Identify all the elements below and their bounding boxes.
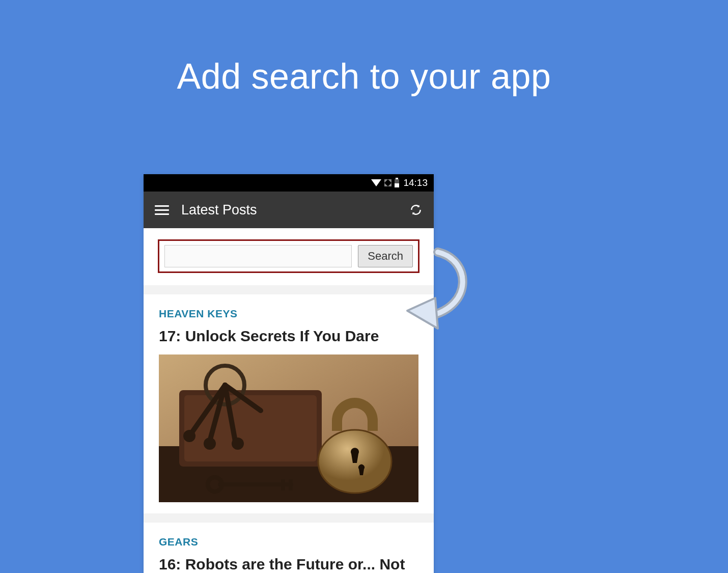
app-bar: Latest Posts xyxy=(144,192,434,228)
post-category: HEAVEN KEYS xyxy=(159,308,418,320)
app-bar-title: Latest Posts xyxy=(181,202,397,218)
search-section: Search xyxy=(144,228,434,285)
post-card[interactable]: GEARS 16: Robots are the Future or... No… xyxy=(144,523,434,573)
status-time: 14:13 xyxy=(403,177,428,188)
svg-point-10 xyxy=(204,438,216,450)
post-category: GEARS xyxy=(159,536,418,548)
wifi-icon xyxy=(371,179,381,186)
search-input[interactable] xyxy=(164,245,352,267)
svg-rect-14 xyxy=(281,479,285,490)
battery-icon xyxy=(395,179,399,187)
post-title: 17: Unlock Secrets If You Dare xyxy=(159,327,418,345)
content-area: Search HEAVEN KEYS 17: Unlock Secrets If… xyxy=(144,228,434,573)
post-title: 16: Robots are the Future or... Not xyxy=(159,555,418,573)
svg-point-9 xyxy=(183,430,195,442)
post-image xyxy=(159,354,418,502)
hamburger-menu-icon[interactable] xyxy=(155,205,169,215)
status-bar: 14:13 xyxy=(144,174,434,192)
post-card[interactable]: HEAVEN KEYS 17: Unlock Secrets If You Da… xyxy=(144,294,434,513)
phone-frame: 14:13 Latest Posts Search HEAVEN KEYS 17… xyxy=(144,174,434,573)
status-icons xyxy=(371,178,399,187)
svg-rect-15 xyxy=(289,479,293,490)
svg-point-11 xyxy=(232,438,244,450)
page-title: Add search to your app xyxy=(0,0,728,97)
no-sim-icon xyxy=(384,179,391,186)
search-highlight-box: Search xyxy=(158,239,419,273)
refresh-icon[interactable] xyxy=(409,203,423,216)
search-button[interactable]: Search xyxy=(358,245,413,267)
